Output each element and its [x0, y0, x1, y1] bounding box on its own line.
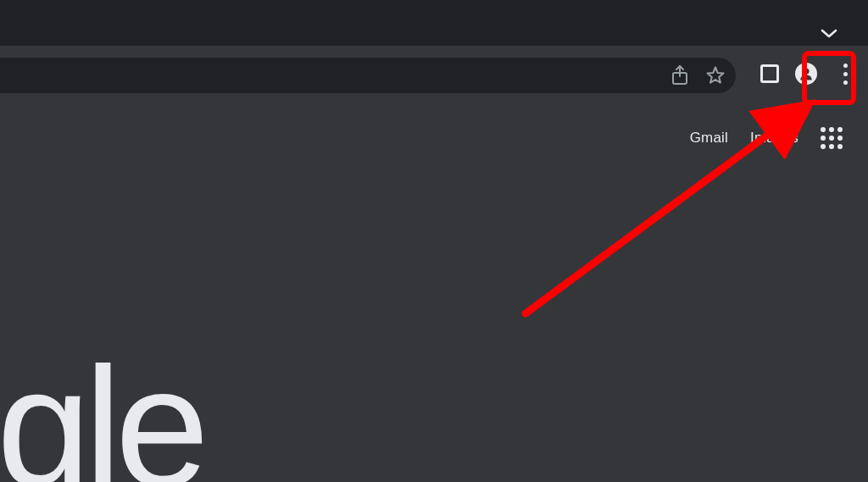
apps-grid-icon	[821, 127, 826, 132]
chrome-menu-button[interactable]	[832, 61, 858, 86]
person-icon	[798, 66, 814, 81]
side-panel-icon	[760, 64, 779, 83]
share-icon	[670, 64, 689, 86]
address-bar[interactable]	[0, 58, 736, 93]
side-panel-button[interactable]	[760, 64, 780, 84]
svg-point-1	[803, 68, 809, 74]
profile-button[interactable]	[795, 63, 817, 85]
images-link[interactable]: Images	[750, 130, 798, 147]
browser-toolbar	[0, 46, 868, 102]
tab-search-dropdown[interactable]	[817, 25, 841, 42]
google-apps-button[interactable]	[821, 127, 843, 149]
share-button[interactable]	[670, 65, 690, 86]
star-outline-icon	[705, 64, 726, 86]
google-new-tab-page: Gmail Images gle	[0, 102, 868, 482]
more-vertical-icon	[843, 64, 848, 68]
google-logo-fragment: gle	[0, 342, 203, 482]
page-top-nav: Gmail Images	[690, 127, 843, 149]
browser-tab-strip	[0, 0, 868, 47]
chevron-down-icon	[821, 28, 837, 40]
bookmark-button[interactable]	[705, 65, 726, 86]
gmail-link[interactable]: Gmail	[690, 130, 728, 147]
